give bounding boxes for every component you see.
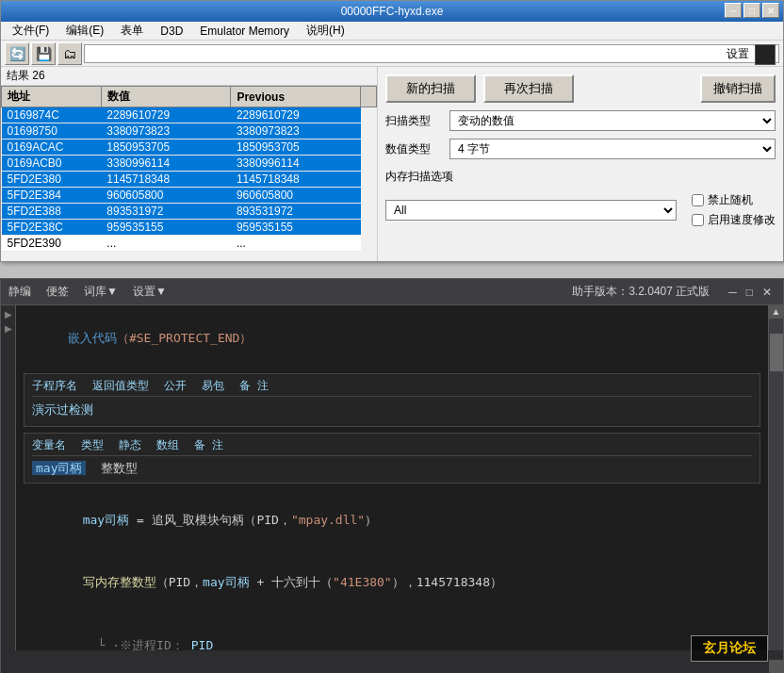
title-bar: 00000FFC-hyxd.exe ─ □ ✕	[1, 1, 783, 22]
sh-note: 备 注	[239, 378, 269, 394]
mem-scan-select[interactable]: All	[385, 200, 677, 221]
bottom-menu-bar: 静编 便签 词库▼ 设置▼ 助手版本：3.2.0407 正式版 ─ □ ✕	[1, 279, 783, 305]
table-row[interactable]: 5FD2E384 960605800 960605800	[2, 188, 377, 204]
mem-scan-row: All 禁止随机 启用速度修改	[385, 192, 776, 228]
result-header: 结果 26	[1, 67, 377, 86]
watermark: 玄月论坛	[691, 635, 768, 662]
menu-file[interactable]: 文件(F)	[5, 21, 57, 41]
menu-edit[interactable]: 编辑(E)	[58, 21, 111, 41]
col-header-addr: 地址	[2, 87, 102, 107]
scrollbar-thumb[interactable]	[770, 334, 783, 371]
cell-prev: 1850953705	[231, 140, 361, 156]
value-type-select[interactable]: 4 字节	[449, 139, 776, 159]
cell-prev: 3380973823	[231, 123, 361, 140]
minimize-button[interactable]: ─	[725, 3, 742, 18]
cell-addr: 5FD2E38C	[2, 220, 102, 236]
cell-addr: 5FD2E388	[2, 204, 102, 220]
close-button[interactable]: ✕	[762, 3, 779, 18]
var-type: 整数型	[101, 461, 138, 475]
cell-value: 893531972	[101, 204, 231, 220]
cell-addr: 5FD2E390	[2, 236, 102, 252]
sub-box-2: 变量名 类型 静态 数组 备 注 may司柄 整数型	[24, 433, 760, 484]
cell-value: 959535155	[101, 220, 231, 236]
cell-value: 960605800	[101, 188, 231, 204]
sidebar-marker: ▶	[5, 309, 12, 320]
bottom-menu-jingbian[interactable]: 静编	[8, 284, 31, 300]
checkbox-random[interactable]	[692, 194, 704, 206]
version-text: 助手版本：3.2.0407 正式版	[572, 284, 710, 300]
code-line-2: 写内存整数型（PID，may司柄 + 十六到十（"41E380"），114571…	[24, 554, 760, 613]
scroll-up-btn[interactable]: ▲	[769, 305, 783, 319]
new-scan-button[interactable]: 新的扫描	[385, 74, 476, 103]
checkbox-group: 禁止随机 启用速度修改	[692, 192, 776, 228]
menu-form[interactable]: 表单	[113, 21, 151, 41]
var-row: may司柄 整数型	[32, 458, 752, 479]
code-comment-1: └ ·※进程ID：PID	[24, 616, 760, 650]
rescan-button[interactable]: 再次扫描	[483, 74, 574, 103]
window-title: 00000FFC-hyxd.exe	[341, 5, 444, 18]
sh-pub: 公开	[164, 378, 187, 394]
cell-prev: 1145718348	[231, 172, 361, 188]
scan-type-select[interactable]: 变动的数值	[449, 110, 776, 131]
table-row[interactable]: 0169874C 2289610729 2289610729	[2, 107, 377, 123]
cell-prev: 3380996114	[231, 156, 361, 172]
cell-prev: 893531972	[231, 204, 361, 220]
cell-addr: 01698750	[2, 123, 102, 140]
cancel-scan-button[interactable]: 撤销扫描	[700, 74, 776, 103]
address-bar[interactable]	[84, 44, 779, 63]
scroll-down-btn[interactable]: ▼	[769, 660, 784, 673]
table-row[interactable]: 5FD2E390 ... ...	[2, 236, 377, 252]
sh2-static: 静态	[119, 437, 141, 453]
sub-box-2-header: 变量名 类型 静态 数组 备 注	[32, 437, 752, 456]
table-container[interactable]: 地址 数值 Previous 0169874C 2289610729 22896…	[1, 86, 377, 261]
cell-addr: 0169874C	[2, 107, 102, 123]
qr-icon	[755, 44, 776, 65]
data-table: 地址 数值 Previous 0169874C 2289610729 22896…	[1, 86, 377, 252]
toolbar-btn-3[interactable]: 🗂	[57, 42, 82, 65]
bottom-maximize-btn[interactable]: □	[743, 286, 757, 299]
settings-label[interactable]: 设置	[727, 46, 749, 62]
table-row[interactable]: 0169ACB0 3380996114 3380996114	[2, 156, 377, 172]
sh2-array: 数组	[156, 437, 179, 453]
code-block-1: may司柄 = 追风_取模块句柄（PID，"mpay.dll"） 写内存整数型（…	[24, 491, 760, 650]
value-type-row: 数值类型 4 字节	[385, 139, 776, 159]
top-window: 00000FFC-hyxd.exe ─ □ ✕ 文件(F) 编辑(E) 表单 D…	[0, 0, 784, 262]
cell-value: ...	[101, 236, 231, 252]
main-content: 结果 26 地址 数值 Previous	[1, 67, 783, 261]
var-name: may司柄	[32, 461, 86, 475]
checkbox-speed-label: 启用速度修改	[708, 212, 776, 228]
left-panel: 结果 26 地址 数值 Previous	[1, 67, 378, 261]
bottom-window: 静编 便签 词库▼ 设置▼ 助手版本：3.2.0407 正式版 ─ □ ✕ ▶ …	[0, 278, 784, 673]
table-row[interactable]: 01698750 3380973823 3380973823	[2, 123, 377, 140]
menu-emulator[interactable]: Emulator Memory	[192, 23, 297, 40]
value-type-label: 数值类型	[385, 141, 442, 157]
table-row[interactable]: 5FD2E38C 959535155 959535155	[2, 220, 377, 236]
menu-d3d[interactable]: D3D	[153, 23, 190, 40]
table-row[interactable]: 5FD2E380 1145718348 1145718348	[2, 172, 377, 188]
cell-value: 2289610729	[101, 107, 231, 123]
right-panel: 新的扫描 再次扫描 撤销扫描 扫描类型 变动的数值 数值类型 4 字节 内存扫描…	[378, 67, 783, 261]
cell-addr: 5FD2E380	[2, 172, 102, 188]
cell-prev: 959535155	[231, 220, 361, 236]
code-panel[interactable]: 嵌入代码（#SE_PROTECT_END） 子程序名 返回值类型 公开 易包 备…	[16, 305, 768, 650]
checkbox-row-2: 启用速度修改	[692, 212, 776, 228]
checkbox-speed[interactable]	[692, 214, 704, 226]
bottom-menu-shezhi[interactable]: 设置▼	[133, 284, 167, 300]
checkbox-row-1: 禁止随机	[692, 192, 776, 208]
bottom-close-btn[interactable]: ✕	[759, 286, 776, 299]
maximize-button[interactable]: □	[743, 3, 760, 18]
table-row[interactable]: 0169ACAC 1850953705 1850953705	[2, 140, 377, 156]
cell-value: 1145718348	[101, 172, 231, 188]
bottom-menu-ciku[interactable]: 词库▼	[84, 284, 118, 300]
bottom-menu-bianji[interactable]: 便签	[46, 284, 69, 300]
table-row[interactable]: 5FD2E388 893531972 893531972	[2, 204, 377, 220]
col-header-scroll	[361, 87, 377, 107]
cell-value: 3380996114	[101, 156, 231, 172]
cell-addr: 0169ACB0	[2, 156, 102, 172]
toolbar-btn-1[interactable]: 🔄	[5, 42, 29, 65]
bottom-minimize-btn[interactable]: ─	[725, 286, 741, 299]
sh2-note: 备 注	[194, 437, 223, 453]
toolbar-btn-2[interactable]: 💾	[31, 42, 56, 65]
menu-help[interactable]: 说明(H)	[299, 21, 352, 41]
right-scrollbar[interactable]: ▲ ▼	[768, 305, 783, 650]
